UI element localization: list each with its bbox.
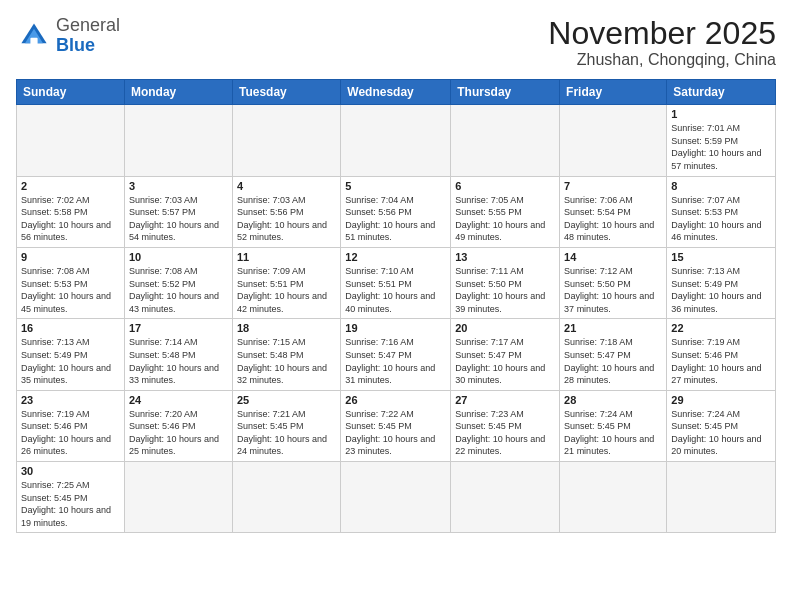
calendar-row-4: 16 Sunrise: 7:13 AM Sunset: 5:49 PM Dayl… [17, 319, 776, 390]
empty-cell [341, 105, 451, 176]
empty-cell [124, 105, 232, 176]
calendar-row-1: 1 Sunrise: 7:01 AM Sunset: 5:59 PM Dayli… [17, 105, 776, 176]
col-tuesday: Tuesday [232, 80, 340, 105]
day-13: 13 Sunrise: 7:11 AM Sunset: 5:50 PM Dayl… [451, 247, 560, 318]
day-16: 16 Sunrise: 7:13 AM Sunset: 5:49 PM Dayl… [17, 319, 125, 390]
day-7: 7 Sunrise: 7:06 AM Sunset: 5:54 PM Dayli… [560, 176, 667, 247]
header: General Blue November 2025 Zhushan, Chon… [16, 16, 776, 69]
day-12: 12 Sunrise: 7:10 AM Sunset: 5:51 PM Dayl… [341, 247, 451, 318]
day-22: 22 Sunrise: 7:19 AM Sunset: 5:46 PM Dayl… [667, 319, 776, 390]
day-4: 4 Sunrise: 7:03 AM Sunset: 5:56 PM Dayli… [232, 176, 340, 247]
day-10: 10 Sunrise: 7:08 AM Sunset: 5:52 PM Dayl… [124, 247, 232, 318]
logo-general: General [56, 15, 120, 35]
calendar-row-3: 9 Sunrise: 7:08 AM Sunset: 5:53 PM Dayli… [17, 247, 776, 318]
col-wednesday: Wednesday [341, 80, 451, 105]
day-20: 20 Sunrise: 7:17 AM Sunset: 5:47 PM Dayl… [451, 319, 560, 390]
col-monday: Monday [124, 80, 232, 105]
empty-cell [232, 462, 340, 533]
day-19: 19 Sunrise: 7:16 AM Sunset: 5:47 PM Dayl… [341, 319, 451, 390]
col-friday: Friday [560, 80, 667, 105]
empty-cell [232, 105, 340, 176]
empty-cell [667, 462, 776, 533]
logo: General Blue [16, 16, 120, 56]
col-sunday: Sunday [17, 80, 125, 105]
day-27: 27 Sunrise: 7:23 AM Sunset: 5:45 PM Dayl… [451, 390, 560, 461]
empty-cell [560, 105, 667, 176]
day-24: 24 Sunrise: 7:20 AM Sunset: 5:46 PM Dayl… [124, 390, 232, 461]
empty-cell [17, 105, 125, 176]
day-6: 6 Sunrise: 7:05 AM Sunset: 5:55 PM Dayli… [451, 176, 560, 247]
empty-cell [341, 462, 451, 533]
day-3: 3 Sunrise: 7:03 AM Sunset: 5:57 PM Dayli… [124, 176, 232, 247]
day-18: 18 Sunrise: 7:15 AM Sunset: 5:48 PM Dayl… [232, 319, 340, 390]
day-26: 26 Sunrise: 7:22 AM Sunset: 5:45 PM Dayl… [341, 390, 451, 461]
day-5: 5 Sunrise: 7:04 AM Sunset: 5:56 PM Dayli… [341, 176, 451, 247]
col-saturday: Saturday [667, 80, 776, 105]
col-thursday: Thursday [451, 80, 560, 105]
day-25: 25 Sunrise: 7:21 AM Sunset: 5:45 PM Dayl… [232, 390, 340, 461]
day-9: 9 Sunrise: 7:08 AM Sunset: 5:53 PM Dayli… [17, 247, 125, 318]
day-17: 17 Sunrise: 7:14 AM Sunset: 5:48 PM Dayl… [124, 319, 232, 390]
calendar-header-row: Sunday Monday Tuesday Wednesday Thursday… [17, 80, 776, 105]
page: General Blue November 2025 Zhushan, Chon… [0, 0, 792, 612]
calendar-row-6: 30 Sunrise: 7:25 AM Sunset: 5:45 PM Dayl… [17, 462, 776, 533]
day-23: 23 Sunrise: 7:19 AM Sunset: 5:46 PM Dayl… [17, 390, 125, 461]
logo-text: General Blue [56, 16, 120, 56]
calendar-table: Sunday Monday Tuesday Wednesday Thursday… [16, 79, 776, 533]
empty-cell [451, 462, 560, 533]
day-8: 8 Sunrise: 7:07 AM Sunset: 5:53 PM Dayli… [667, 176, 776, 247]
calendar-row-2: 2 Sunrise: 7:02 AM Sunset: 5:58 PM Dayli… [17, 176, 776, 247]
svg-rect-2 [30, 38, 37, 45]
day-2: 2 Sunrise: 7:02 AM Sunset: 5:58 PM Dayli… [17, 176, 125, 247]
day-11: 11 Sunrise: 7:09 AM Sunset: 5:51 PM Dayl… [232, 247, 340, 318]
day-28: 28 Sunrise: 7:24 AM Sunset: 5:45 PM Dayl… [560, 390, 667, 461]
day-14: 14 Sunrise: 7:12 AM Sunset: 5:50 PM Dayl… [560, 247, 667, 318]
day-21: 21 Sunrise: 7:18 AM Sunset: 5:47 PM Dayl… [560, 319, 667, 390]
calendar-row-5: 23 Sunrise: 7:19 AM Sunset: 5:46 PM Dayl… [17, 390, 776, 461]
month-year-title: November 2025 [548, 16, 776, 51]
empty-cell [560, 462, 667, 533]
empty-cell [124, 462, 232, 533]
day-29: 29 Sunrise: 7:24 AM Sunset: 5:45 PM Dayl… [667, 390, 776, 461]
logo-blue: Blue [56, 35, 95, 55]
day-30: 30 Sunrise: 7:25 AM Sunset: 5:45 PM Dayl… [17, 462, 125, 533]
title-block: November 2025 Zhushan, Chongqing, China [548, 16, 776, 69]
location-title: Zhushan, Chongqing, China [548, 51, 776, 69]
generalblue-logo-icon [16, 18, 52, 54]
day-15: 15 Sunrise: 7:13 AM Sunset: 5:49 PM Dayl… [667, 247, 776, 318]
day-1: 1 Sunrise: 7:01 AM Sunset: 5:59 PM Dayli… [667, 105, 776, 176]
empty-cell [451, 105, 560, 176]
